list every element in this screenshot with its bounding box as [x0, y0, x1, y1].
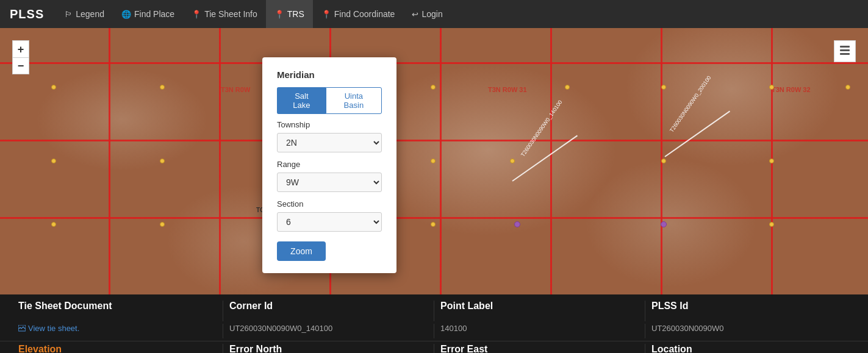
nav-item-trs-label: TRS — [287, 9, 304, 19]
corner-id-title: Corner Id — [229, 301, 428, 312]
map-dot-4 — [565, 85, 570, 90]
map-dot-5 — [661, 85, 666, 90]
map-dot-8 — [51, 159, 56, 163]
map-label-t3n-31: T3N R0W 31 — [488, 86, 527, 93]
info-tie-sheet-doc-val: View tie sheet. — [12, 324, 223, 338]
map-dot-6 — [769, 85, 774, 90]
section-select[interactable]: 1 2 3 4 5 6 7 8 — [277, 212, 382, 232]
popup-meridian-title: Meridian — [277, 70, 382, 80]
map-dot-15 — [160, 222, 165, 227]
nav-item-find-coordinate-label: Find Coordinate — [334, 9, 395, 19]
map-dot-1 — [51, 85, 56, 90]
section-label: Section — [277, 199, 382, 209]
info-bar-row1: Tie Sheet Document Corner Id Point Label… — [0, 294, 868, 324]
nav-item-trs[interactable]: 📍 TRS — [266, 0, 313, 28]
svg-rect-2 — [840, 53, 850, 55]
map-dot-9 — [160, 159, 165, 163]
map-dot-16 — [431, 222, 436, 227]
nav-items: 🏳 Legend 🌐 Find Place 📍 Tie Sheet Info 📍… — [56, 0, 451, 28]
info-corner-id: Corner Id — [223, 301, 434, 321]
map-dot-14 — [51, 222, 56, 227]
svg-rect-1 — [840, 49, 850, 51]
svg-rect-0 — [840, 46, 850, 48]
legend-icon: 🏳 — [65, 10, 73, 19]
map-dot-3 — [431, 85, 436, 90]
info-bar-row2: Elevation Error North Error East Locatio… — [0, 341, 868, 353]
zoom-action-button[interactable]: Zoom — [277, 241, 326, 261]
nav-item-tie-sheet-info[interactable]: 📍 Tie Sheet Info — [183, 0, 266, 28]
corner-id-value: UT260030N0090W0_140100 — [229, 324, 428, 333]
range-select[interactable]: 7W 8W 9W 10W 11W — [277, 173, 382, 192]
zoom-out-button[interactable]: − — [12, 57, 29, 74]
find-coord-icon: 📍 — [321, 10, 331, 19]
nav-item-login-label: Login — [421, 9, 442, 19]
elevation-title: Elevation — [18, 344, 217, 353]
login-icon: ↩ — [412, 10, 418, 19]
nav-item-find-coordinate[interactable]: 📍 Find Coordinate — [313, 0, 404, 28]
map-container[interactable]: T3N R0W T3N R0W 31 T3N R0W 32 T260030N00… — [0, 28, 868, 294]
township-select[interactable]: 1N 2N 3N 4N 5N — [277, 133, 382, 152]
range-label: Range — [277, 160, 382, 169]
township-label: Township — [277, 120, 382, 129]
nav-item-find-place[interactable]: 🌐 Find Place — [113, 0, 183, 28]
meridian-buttons: Salt Lake Uinta Basin — [277, 87, 382, 114]
info-plss-id: PLSS Id — [645, 301, 856, 321]
map-dot-11 — [510, 159, 515, 163]
plss-id-title: PLSS Id — [651, 301, 850, 312]
map-dot-12 — [661, 159, 666, 163]
app-brand: PLSS — [10, 7, 44, 21]
nav-item-legend-label: Legend — [76, 9, 104, 19]
map-dot-purple-2 — [661, 221, 667, 227]
navbar: PLSS 🏳 Legend 🌐 Find Place 📍 Tie Sheet I… — [0, 0, 868, 28]
trs-popup: Meridian Salt Lake Uinta Basin Township … — [262, 57, 396, 273]
location-title: Location — [651, 344, 850, 353]
zoom-in-button[interactable]: + — [12, 40, 29, 57]
point-label-value: 140100 — [440, 324, 639, 333]
info-point-label: Point Label — [434, 301, 645, 321]
nav-item-legend[interactable]: 🏳 Legend — [56, 0, 113, 28]
map-label-t3n-32: T3N R0W 32 — [772, 86, 811, 93]
map-dot-10 — [431, 159, 436, 163]
trs-icon: 📍 — [274, 10, 284, 19]
point-label-title: Point Label — [440, 301, 639, 312]
meridian-salt-lake-btn[interactable]: Salt Lake — [277, 87, 326, 114]
layers-icon — [839, 46, 851, 57]
zoom-controls: + − — [12, 40, 29, 74]
tie-sheet-doc-title: Tie Sheet Document — [18, 301, 217, 312]
layer-control-button[interactable] — [834, 40, 856, 62]
error-north-title: Error North — [229, 344, 428, 353]
map-dot-purple-1 — [514, 221, 520, 227]
info-bar-row1b: View tie sheet. UT260030N0090W0_140100 1… — [0, 324, 868, 341]
error-east-title: Error East — [440, 344, 639, 353]
plss-id-value: UT260030N0090W0 — [651, 324, 850, 333]
nav-item-find-place-label: Find Place — [134, 9, 174, 19]
map-dot-7 — [845, 85, 850, 90]
map-dot-18 — [769, 222, 774, 227]
info-tie-sheet-doc: Tie Sheet Document — [12, 301, 223, 321]
nav-item-tie-sheet-label: Tie Sheet Info — [204, 9, 257, 19]
nav-item-login[interactable]: ↩ Login — [403, 0, 451, 28]
view-tie-sheet-link[interactable]: View tie sheet. — [18, 324, 217, 333]
find-place-icon: 🌐 — [121, 10, 131, 19]
meridian-uinta-basin-btn[interactable]: Uinta Basin — [326, 87, 382, 114]
map-dot-2 — [160, 85, 165, 90]
map-label-t3n-left: T3N R0W — [221, 86, 250, 93]
image-icon — [18, 325, 26, 332]
tie-sheet-icon: 📍 — [192, 10, 201, 19]
map-dot-13 — [769, 159, 774, 163]
